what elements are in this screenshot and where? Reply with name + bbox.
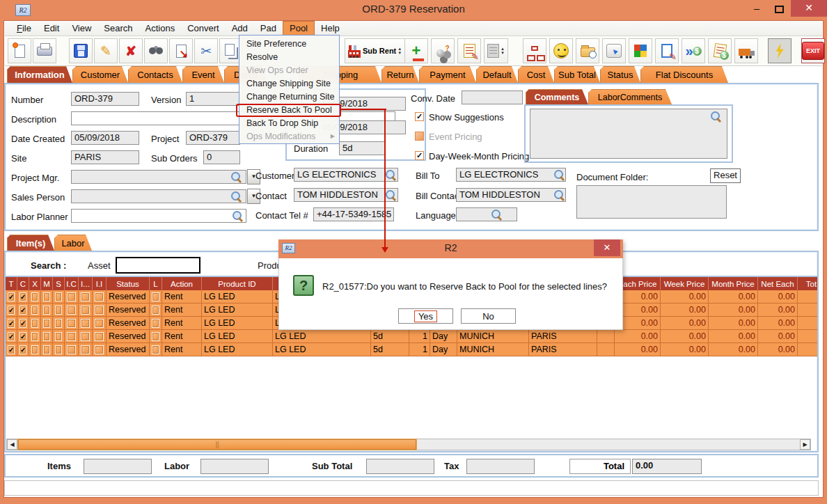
scroll-right-arrow[interactable]: ▶ [800,439,810,450]
dwm-pricing-checkbox[interactable] [415,151,424,160]
cell-duration[interactable]: 5d [371,330,409,342]
billing-notes-button[interactable]: $ [708,38,732,63]
cell-product-id[interactable]: LG LED [202,343,273,356]
tab-cost[interactable]: Cost [518,66,554,83]
cell-month-price[interactable]: 0.00 [709,290,758,303]
delete-button[interactable]: ✘ [119,38,143,63]
cell-total[interactable] [798,343,817,356]
row-checkbox-c[interactable] [19,332,26,341]
tab-comments[interactable]: Comments [526,89,588,104]
row-checkbox-i[interactable] [81,332,90,341]
customer-smiley-button[interactable] [549,38,573,63]
row-checkbox-i[interactable] [81,306,90,315]
menu-help[interactable]: Help [315,22,346,35]
cell-each-price[interactable]: 0.00 [615,343,661,356]
tab-customer[interactable]: Customer [72,66,128,83]
row-checkbox-ic[interactable] [67,306,76,315]
cell-return-site[interactable]: PARIS [529,343,597,356]
col-t[interactable]: T [6,277,17,290]
quick-action-button[interactable] [768,38,791,63]
bill-to-field[interactable]: LG ELECTRONICS [456,168,566,182]
menu-item-change-shipping-site[interactable]: Change Shipping Site [239,77,339,90]
cell-product-id[interactable]: LG LED [202,317,273,329]
row-checkbox-m[interactable] [43,306,50,315]
col-product-id[interactable]: Product ID [202,277,273,290]
tab-default[interactable]: Default [476,66,518,83]
row-checkbox-l[interactable] [152,292,159,301]
menu-view[interactable]: View [65,22,97,35]
project-field[interactable]: ORD-379 [186,131,240,145]
row-checkbox-s[interactable] [55,292,62,301]
customer-search-icon[interactable] [386,170,396,180]
row-checkbox-x[interactable] [31,319,38,328]
row-checkbox-l[interactable] [152,306,159,315]
cell-blank[interactable] [597,343,615,356]
project-mgr-field[interactable] [71,170,246,184]
cell-total[interactable] [798,290,817,303]
cell-ship-site[interactable]: MUNICH [457,343,529,356]
cell-status[interactable]: Reserved [107,343,150,356]
notes-button[interactable]: ✎ [457,38,481,63]
row-checkbox-ic[interactable] [67,332,76,341]
menu-convert[interactable]: Convert [181,22,226,35]
cell-ship-site[interactable]: MUNICH [457,330,529,342]
row-checkbox-m[interactable] [43,319,50,328]
col-i[interactable]: I... [79,277,93,290]
col-ii[interactable]: I.I [93,277,107,290]
assign-ops-button[interactable]: ↘ [169,38,193,63]
availability-query-button[interactable] [431,38,455,63]
maximize-button[interactable] [769,1,789,17]
cell-unit[interactable]: Day [430,330,457,342]
cell-week-price[interactable]: 0.00 [661,317,709,329]
bill-contact-field[interactable]: TOM HIDDLESTON [456,188,566,202]
menu-search[interactable]: Search [97,22,139,35]
cell-week-price[interactable]: 0.00 [661,290,709,303]
tab-event[interactable]: Event [182,66,224,83]
menu-edit[interactable]: Edit [38,22,65,35]
row-checkbox-ic[interactable] [67,292,76,301]
cell-month-price[interactable]: 0.00 [709,343,758,356]
cell-action[interactable]: Rent [162,317,202,329]
save-button[interactable] [69,38,93,63]
row-checkbox-m[interactable] [43,292,50,301]
row-checkbox-c[interactable] [19,306,26,315]
tab-information[interactable]: Information [7,66,72,83]
tab-status[interactable]: Status [600,66,640,83]
tab-flat-discounts[interactable]: Flat Discounts [640,66,728,83]
row-checkbox-i[interactable] [81,292,90,301]
shipping-truck-button[interactable] [734,38,758,63]
table-row[interactable]: Reserved Rent LG LED LG LED 5d 1 Day MUN… [6,330,817,343]
row-checkbox-ii[interactable] [95,306,104,315]
tab-labor[interactable]: Labor [54,235,92,251]
row-checkbox-c[interactable] [19,319,26,328]
menu-item-site-preference[interactable]: Site Preference [239,37,339,50]
cell-blank[interactable] [597,330,615,342]
row-checkbox-i[interactable] [81,345,90,354]
cell-qty[interactable]: 1 [409,330,430,342]
row-checkbox-l[interactable] [152,319,159,328]
cell-net-each[interactable]: 0.00 [758,304,798,316]
cell-description[interactable]: LG LED [273,330,371,342]
row-checkbox-m[interactable] [43,345,50,354]
cell-total[interactable] [798,317,817,329]
col-week-price[interactable]: Week Price [661,277,709,290]
col-l[interactable]: L [150,277,162,290]
find-button[interactable] [144,38,168,63]
row-checkbox-c[interactable] [19,292,26,301]
cell-status[interactable]: Reserved [107,317,150,329]
row-checkbox-s[interactable] [55,306,62,315]
cell-action[interactable]: Rent [162,330,202,342]
horizontal-scrollbar[interactable]: ◀ ▶ [6,439,811,450]
cell-action[interactable]: Rent [162,304,202,316]
menu-item-resolve[interactable]: Resolve [239,50,339,63]
sales-person-search-icon[interactable] [231,191,242,202]
cell-month-price[interactable]: 0.00 [709,330,758,342]
cell-net-each[interactable]: 0.00 [758,343,798,356]
bill-to-search-icon[interactable] [554,170,565,180]
labor-planner-search-icon[interactable] [233,211,243,221]
contact-tel-field[interactable]: +44-17-5349-1585 [313,207,394,221]
col-s[interactable]: S [53,277,65,290]
dialog-close-button[interactable]: ✕ [594,239,620,256]
cell-each-price[interactable]: 0.00 [615,330,661,342]
row-checkbox-l[interactable] [152,332,159,341]
